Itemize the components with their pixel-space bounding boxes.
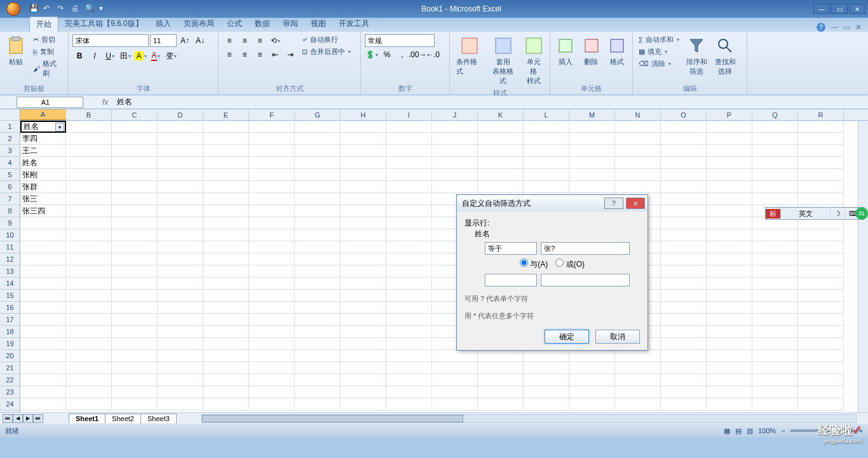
cell[interactable] bbox=[249, 253, 295, 266]
cell[interactable] bbox=[798, 145, 844, 157]
row-header[interactable]: 5 bbox=[0, 169, 20, 181]
row-header[interactable]: 6 bbox=[0, 181, 20, 193]
cell[interactable] bbox=[707, 374, 752, 386]
cell[interactable] bbox=[432, 398, 478, 410]
cell[interactable] bbox=[295, 350, 341, 362]
cell[interactable] bbox=[524, 374, 569, 386]
cell[interactable] bbox=[158, 169, 203, 181]
decrease-indent-icon[interactable]: ⇤ bbox=[268, 48, 282, 61]
column-header[interactable]: N bbox=[615, 109, 661, 120]
cell[interactable] bbox=[386, 326, 432, 338]
cut-button[interactable]: ✂剪切 bbox=[31, 34, 64, 45]
ribbon-tab[interactable]: 完美工具箱【9.6.0版】 bbox=[58, 17, 149, 32]
cell[interactable] bbox=[20, 386, 66, 398]
cell[interactable] bbox=[341, 290, 386, 302]
cell[interactable] bbox=[249, 374, 295, 386]
cell[interactable] bbox=[203, 241, 249, 253]
increase-decimal-icon[interactable]: .00→ bbox=[410, 48, 424, 61]
cell[interactable] bbox=[341, 326, 386, 338]
cell[interactable] bbox=[295, 241, 341, 253]
cell[interactable] bbox=[707, 229, 752, 241]
cell[interactable] bbox=[707, 386, 752, 398]
cell[interactable] bbox=[615, 133, 661, 145]
column-header[interactable]: F bbox=[249, 109, 295, 120]
preview-icon[interactable]: 🔍 bbox=[85, 4, 95, 14]
close-workbook-icon[interactable]: ✕ bbox=[855, 23, 862, 32]
cell[interactable] bbox=[295, 374, 341, 386]
cell[interactable] bbox=[707, 266, 752, 278]
cell[interactable] bbox=[295, 278, 341, 290]
cell[interactable] bbox=[66, 241, 112, 253]
cell[interactable] bbox=[707, 253, 752, 266]
cell[interactable] bbox=[798, 350, 844, 362]
column-header[interactable]: J bbox=[432, 109, 478, 120]
cell[interactable] bbox=[752, 278, 798, 290]
cell[interactable] bbox=[112, 169, 158, 181]
cell[interactable] bbox=[158, 205, 203, 217]
filter-operator-2[interactable] bbox=[485, 274, 537, 286]
cell[interactable] bbox=[66, 350, 112, 362]
cell[interactable] bbox=[707, 302, 752, 314]
cell[interactable] bbox=[249, 229, 295, 241]
cell[interactable] bbox=[752, 314, 798, 326]
cell[interactable] bbox=[798, 266, 844, 278]
radio-and[interactable]: 与(A) bbox=[520, 259, 548, 270]
cell[interactable] bbox=[569, 169, 615, 181]
sheet-tab[interactable]: Sheet3 bbox=[140, 414, 177, 423]
cell[interactable] bbox=[20, 326, 66, 338]
cell[interactable] bbox=[295, 181, 341, 193]
cell[interactable] bbox=[798, 398, 844, 410]
cell[interactable] bbox=[20, 302, 66, 314]
cell[interactable] bbox=[341, 217, 386, 229]
cell[interactable] bbox=[203, 338, 249, 350]
cell[interactable] bbox=[341, 157, 386, 169]
cell[interactable] bbox=[158, 314, 203, 326]
cell[interactable] bbox=[66, 338, 112, 350]
cell[interactable] bbox=[615, 121, 661, 133]
cell[interactable] bbox=[752, 229, 798, 241]
cell[interactable] bbox=[341, 133, 386, 145]
cell[interactable] bbox=[386, 362, 432, 374]
cell[interactable]: 张三 bbox=[20, 193, 66, 205]
cell[interactable] bbox=[203, 181, 249, 193]
cell[interactable] bbox=[66, 278, 112, 290]
cell[interactable] bbox=[66, 157, 112, 169]
cell[interactable] bbox=[112, 157, 158, 169]
cell[interactable] bbox=[386, 181, 432, 193]
cell[interactable] bbox=[203, 253, 249, 266]
copy-button[interactable]: ⎘复制 bbox=[31, 46, 64, 57]
increase-indent-icon[interactable]: ⇥ bbox=[283, 48, 297, 61]
cell[interactable] bbox=[66, 314, 112, 326]
cell[interactable] bbox=[386, 374, 432, 386]
bold-button[interactable]: B bbox=[72, 50, 86, 62]
cell[interactable] bbox=[661, 121, 707, 133]
cell[interactable] bbox=[66, 266, 112, 278]
filter-dropdown-icon[interactable]: ▾ bbox=[55, 123, 64, 131]
cell[interactable] bbox=[66, 229, 112, 241]
cell[interactable] bbox=[478, 350, 524, 362]
cell[interactable] bbox=[158, 362, 203, 374]
cell[interactable] bbox=[66, 290, 112, 302]
cell[interactable] bbox=[661, 253, 707, 266]
cell[interactable] bbox=[432, 133, 478, 145]
cell[interactable] bbox=[707, 145, 752, 157]
column-header[interactable]: P bbox=[707, 109, 752, 120]
cell[interactable]: 王二 bbox=[20, 145, 66, 157]
cell[interactable]: 姓名▾ bbox=[20, 121, 66, 133]
cell[interactable] bbox=[661, 386, 707, 398]
row-header[interactable]: 3 bbox=[0, 145, 20, 157]
cell[interactable] bbox=[158, 121, 203, 133]
cell[interactable] bbox=[158, 338, 203, 350]
cell[interactable] bbox=[112, 193, 158, 205]
cell[interactable] bbox=[295, 362, 341, 374]
cell[interactable] bbox=[112, 205, 158, 217]
ribbon-tab[interactable]: 视图 bbox=[304, 17, 332, 32]
currency-icon[interactable]: 💲▾ bbox=[365, 48, 379, 61]
cell[interactable] bbox=[386, 398, 432, 410]
cell[interactable] bbox=[752, 145, 798, 157]
cell[interactable] bbox=[20, 398, 66, 410]
column-header[interactable]: G bbox=[295, 109, 341, 120]
row-header[interactable]: 13 bbox=[0, 266, 20, 278]
cell[interactable] bbox=[524, 398, 569, 410]
cell[interactable] bbox=[661, 157, 707, 169]
